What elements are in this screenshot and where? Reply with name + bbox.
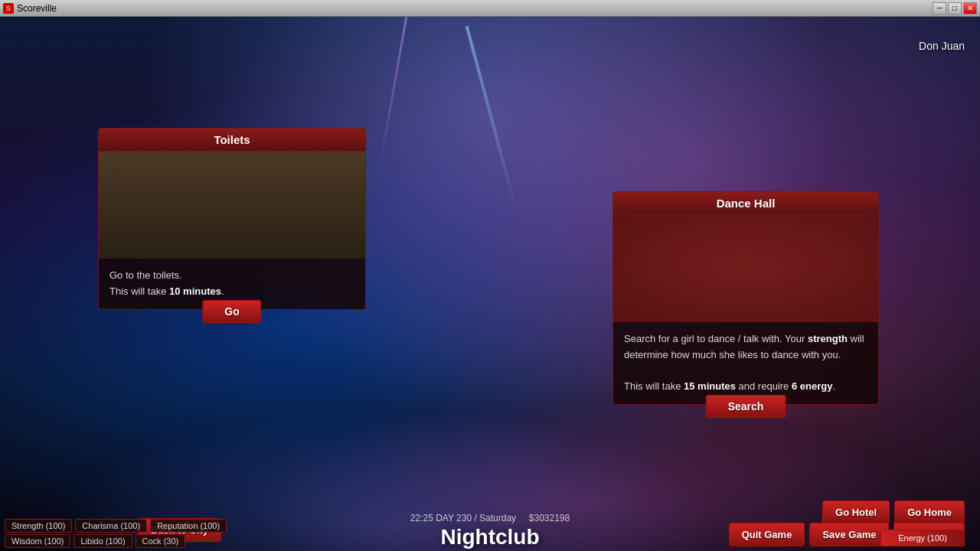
right-nav-top: Go Hotel Go Home xyxy=(822,500,965,524)
toilets-card: Toilets Go to the toilets. This will tak… xyxy=(98,128,366,310)
center-info: 22:25 DAY 230 / Saturday $3032198 Nightc… xyxy=(410,513,570,551)
stat-charisma[interactable]: Charisma (100) xyxy=(75,519,147,533)
stats-area: Strength (100) Charisma (100) Reputation… xyxy=(0,516,231,551)
dance-hall-body: Search for a girl to dance / talk with. … xyxy=(613,322,878,404)
dance-hall-title: Dance Hall xyxy=(613,192,878,215)
go-hotel-button[interactable]: Go Hotel xyxy=(822,500,890,524)
toilets-go-button[interactable]: Go xyxy=(202,300,261,323)
energy-bar: Energy (100) xyxy=(880,530,965,546)
save-game-button[interactable]: Save Game xyxy=(809,523,889,546)
close-button[interactable]: ✕ xyxy=(963,2,977,15)
location-name: Nightclub xyxy=(410,525,570,549)
go-home-button[interactable]: Go Home xyxy=(894,500,965,524)
app-icon: S xyxy=(3,3,14,14)
toilets-title: Toilets xyxy=(99,129,365,152)
stat-libido[interactable]: Libido (100) xyxy=(74,534,132,548)
main-content: Don Juan Toilets Go to the toilets. This… xyxy=(0,17,980,551)
dance-hall-search-button[interactable]: Search xyxy=(706,395,786,418)
minimize-button[interactable]: ─ xyxy=(933,2,946,15)
stats-row-2: Wisdom (100) Libido (100) Cock (30) xyxy=(5,534,227,548)
stats-row-1: Strength (100) Charisma (100) Reputation… xyxy=(5,519,227,533)
app-title: Scoreville xyxy=(17,3,57,14)
stat-reputation[interactable]: Reputation (100) xyxy=(150,519,227,533)
player-name: Don Juan xyxy=(919,40,965,52)
titlebar-left: S Scoreville xyxy=(3,3,57,14)
toilets-desc-2: This will take 10 minutes. xyxy=(109,284,354,300)
quit-game-button[interactable]: Quit Game xyxy=(729,523,805,546)
stat-cock[interactable]: Cock (30) xyxy=(136,534,186,548)
dance-hall-card: Dance Hall Search for a girl to dance / … xyxy=(612,191,879,405)
titlebar-controls: ─ □ ✕ xyxy=(933,2,977,15)
dance-hall-desc-2: This will take 15 minutes and require 6 … xyxy=(624,379,867,395)
toilets-image xyxy=(99,152,365,259)
dance-hall-image xyxy=(613,215,878,322)
maximize-button[interactable]: □ xyxy=(948,2,962,15)
time-money-display: 22:25 DAY 230 / Saturday $3032198 xyxy=(410,513,570,523)
toilets-desc-1: Go to the toilets. xyxy=(109,268,354,284)
stat-strength[interactable]: Strength (100) xyxy=(5,519,72,533)
titlebar: S Scoreville ─ □ ✕ xyxy=(0,0,980,17)
stat-wisdom[interactable]: Wisdom (100) xyxy=(5,534,70,548)
time-display: 22:25 DAY 230 / Saturday $3032198 xyxy=(410,513,570,523)
dance-hall-desc-1: Search for a girl to dance / talk with. … xyxy=(624,331,867,364)
